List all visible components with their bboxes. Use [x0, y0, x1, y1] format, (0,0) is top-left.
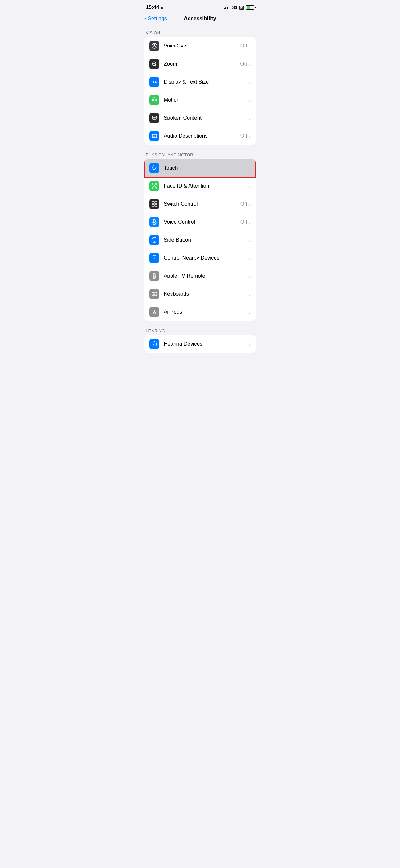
audio-descriptions-row[interactable]: AD Audio Descriptions Off ›: [144, 127, 256, 145]
svg-rect-23: [154, 219, 155, 223]
touch-row[interactable]: Touch ›: [144, 159, 256, 177]
battery-body: [245, 5, 254, 10]
svg-text:AD: AD: [153, 135, 156, 138]
side-button-chevron-icon: ›: [249, 238, 251, 243]
spoken-content-label: Spoken Content: [164, 115, 249, 121]
spoken-content-icon: [149, 113, 159, 123]
physical-motor-section-header: PHYSICAL AND MOTOR: [139, 148, 261, 159]
battery-percent: 54: [239, 6, 244, 10]
svg-rect-34: [153, 293, 153, 294]
switch-control-chevron-icon: ›: [249, 202, 251, 207]
svg-rect-21: [152, 204, 154, 207]
back-chevron-icon: ‹: [144, 16, 147, 22]
voice-control-row[interactable]: Voice Control Off ›: [144, 213, 256, 231]
keyboards-icon: [149, 289, 159, 299]
airpods-chevron-icon: ›: [249, 310, 251, 315]
svg-rect-36: [155, 293, 155, 294]
touch-chevron-icon: ›: [249, 165, 251, 171]
hearing-group: Hearing Devices ›: [144, 335, 256, 353]
status-bar: 15:44 5G 54: [139, 0, 261, 13]
switch-control-value: Off: [240, 201, 247, 207]
motion-row[interactable]: Motion ›: [144, 91, 256, 109]
svg-rect-16: [152, 187, 153, 188]
hearing-devices-row[interactable]: Hearing Devices ›: [144, 335, 256, 353]
apple-tv-remote-chevron-icon: ›: [249, 274, 251, 279]
hearing-section: HEARING Hearing Devices ›: [139, 323, 261, 353]
voiceover-value: Off: [240, 43, 247, 49]
side-button-label: Side Button: [164, 237, 249, 243]
svg-line-3: [155, 65, 157, 66]
zoom-row[interactable]: Zoom On ›: [144, 55, 256, 73]
vision-section: VISION VoiceOver Off ›: [139, 26, 261, 145]
touch-label: Touch: [164, 165, 249, 171]
airpods-row[interactable]: AirPods ›: [144, 303, 256, 321]
svg-rect-37: [156, 293, 157, 294]
status-right: 5G 54: [224, 5, 254, 10]
apple-tv-remote-row[interactable]: Apple TV Remote ›: [144, 267, 256, 285]
hearing-section-header: HEARING: [139, 323, 261, 335]
voice-control-label: Voice Control: [164, 219, 240, 225]
zoom-value: On: [240, 61, 247, 67]
svg-rect-17: [156, 187, 157, 188]
hearing-devices-chevron-icon: ›: [249, 341, 251, 347]
spoken-content-row[interactable]: Spoken Content ›: [144, 109, 256, 127]
svg-rect-15: [156, 183, 157, 185]
voice-control-value: Off: [240, 219, 247, 225]
physical-motor-section: PHYSICAL AND MOTOR Touch ›: [139, 148, 261, 321]
control-nearby-devices-row[interactable]: Control Nearby Devices ›: [144, 249, 256, 267]
zoom-icon: [149, 59, 159, 69]
svg-rect-35: [154, 293, 155, 294]
voiceover-chevron-icon: ›: [249, 43, 251, 49]
keyboards-chevron-icon: ›: [249, 291, 251, 297]
motion-chevron-icon: ›: [249, 97, 251, 103]
audio-descriptions-value: Off: [240, 133, 247, 139]
svg-point-29: [154, 258, 155, 258]
hearing-devices-label: Hearing Devices: [164, 341, 249, 347]
network-type: 5G: [231, 5, 237, 10]
display-text-size-row[interactable]: AA Display & Text Size ›: [144, 73, 256, 91]
svg-rect-38: [153, 294, 153, 295]
svg-rect-20: [155, 202, 157, 204]
status-time: 15:44: [146, 4, 163, 10]
control-nearby-devices-icon: [149, 253, 159, 263]
face-id-row[interactable]: Face ID & Attention ›: [144, 177, 256, 195]
switch-control-row[interactable]: Switch Control Off ›: [144, 195, 256, 213]
back-label: Settings: [148, 16, 167, 22]
face-id-label: Face ID & Attention: [164, 183, 249, 189]
voiceover-icon: [149, 41, 159, 51]
zoom-chevron-icon: ›: [249, 61, 251, 67]
motion-label: Motion: [164, 97, 249, 103]
keyboards-label: Keyboards: [164, 291, 249, 297]
voiceover-row[interactable]: VoiceOver Off ›: [144, 37, 256, 55]
physical-motor-group: Touch › Face ID & Attention ›: [144, 159, 256, 321]
svg-point-43: [155, 310, 156, 313]
display-text-size-label: Display & Text Size: [164, 79, 249, 85]
zoom-label: Zoom: [164, 61, 240, 67]
display-text-size-chevron-icon: ›: [249, 80, 251, 85]
control-nearby-devices-label: Control Nearby Devices: [164, 255, 249, 261]
audio-descriptions-chevron-icon: ›: [249, 133, 251, 139]
svg-rect-33: [152, 292, 157, 296]
back-button[interactable]: ‹ Settings: [144, 16, 167, 22]
side-button-row[interactable]: Side Button ›: [144, 231, 256, 249]
switch-control-icon: [149, 199, 159, 209]
keyboards-row[interactable]: Keyboards ›: [144, 285, 256, 303]
audio-descriptions-label: Audio Descriptions: [164, 133, 240, 139]
face-id-icon: [149, 181, 159, 191]
switch-control-label: Switch Control: [164, 201, 240, 207]
face-id-chevron-icon: ›: [249, 183, 251, 189]
spoken-content-chevron-icon: ›: [249, 116, 251, 121]
airpods-icon: [149, 307, 159, 317]
nav-bar: ‹ Settings Accessibility: [139, 13, 261, 26]
svg-rect-9: [152, 116, 157, 119]
airpods-label: AirPods: [164, 309, 249, 315]
apple-tv-remote-label: Apple TV Remote: [164, 273, 249, 279]
svg-point-31: [154, 275, 155, 275]
svg-rect-40: [156, 294, 157, 295]
svg-rect-14: [152, 183, 153, 185]
svg-rect-22: [155, 204, 157, 207]
signal-bars: [224, 6, 229, 9]
control-nearby-devices-chevron-icon: ›: [249, 255, 251, 261]
audio-descriptions-icon: AD: [149, 131, 159, 141]
voice-control-chevron-icon: ›: [249, 219, 251, 225]
